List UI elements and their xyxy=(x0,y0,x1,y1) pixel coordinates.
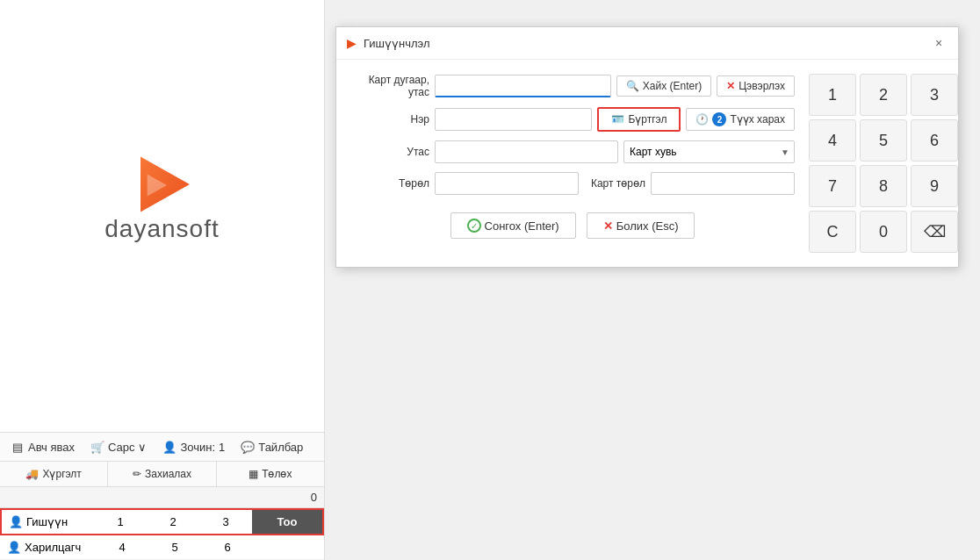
row-gishuun-col2: 2 xyxy=(147,510,199,534)
name-row: Нэр 🪪 Бүртгэл 🕐 2 Түүх харах xyxy=(350,107,795,132)
type-row: Төрөл Карт төрөл xyxy=(350,172,795,195)
name-label: Нэр xyxy=(350,113,429,126)
sidebar-tabs: 🚚 Хүргэлт ✏ Захиалах ▦ Төлөх xyxy=(0,461,324,486)
confirm-button[interactable]: ✓ Сонгох (Enter) xyxy=(450,212,576,239)
numpad-9[interactable]: 9 xyxy=(911,165,958,207)
app-name: dayansoft xyxy=(104,215,219,243)
edit-icon: ✏ xyxy=(133,468,141,480)
cancel-button[interactable]: ✕ Болих (Esc) xyxy=(587,212,695,239)
row-hariltsagch-col3: 6 xyxy=(201,535,254,559)
sidebar: dayansoft ▤ Авч явах 🛒 Сарс ∨ 👤 Зочин: 1… xyxy=(0,0,325,560)
numpad-4[interactable]: 4 xyxy=(809,119,856,162)
history-button[interactable]: 🕐 2 Түүх харах xyxy=(686,108,795,131)
numpad-2[interactable]: 2 xyxy=(860,74,907,116)
card-huvi-select[interactable]: Карт хувь xyxy=(623,140,795,163)
tailbar-button[interactable]: 💬 Тайлбар xyxy=(237,438,306,456)
name-input[interactable] xyxy=(435,108,592,131)
logo-area: dayansoft xyxy=(0,0,324,432)
clear-button[interactable]: ✕ Цэвэрлэх xyxy=(717,75,795,97)
table-row-gishuun[interactable]: 👤 Гишүүн 1 2 3 Тоо xyxy=(0,508,324,535)
row-gishuun-col1: 1 xyxy=(94,510,147,534)
card-row: Карт дугаар, утас 🔍 Хайх (Enter) ✕ Цэвэр… xyxy=(350,74,795,98)
member-icon: 👤 xyxy=(9,515,23,528)
card-huvi-wrapper: Карт хувь ▼ xyxy=(623,140,795,163)
history-badge: 2 xyxy=(712,112,726,126)
payment-icon: ▦ xyxy=(249,468,258,480)
card-input[interactable] xyxy=(435,75,611,97)
numpad-7[interactable]: 7 xyxy=(809,165,856,207)
numpad-3[interactable]: 3 xyxy=(911,74,958,116)
member-table: 0 👤 Гишүүн 1 2 3 Тоо 👤 Харилцагч 4 5 6 xyxy=(0,486,324,560)
table-count: 0 xyxy=(254,487,324,507)
contact-icon: 👤 xyxy=(7,541,21,554)
register-button[interactable]: 🪪 Бүртгэл xyxy=(597,107,681,132)
avch-icon: ▤ xyxy=(11,440,25,454)
cart-icon: 🛒 xyxy=(90,440,104,454)
register-icon: 🪪 xyxy=(611,113,624,126)
person-icon: 👤 xyxy=(162,440,177,454)
tab-teleh[interactable]: ▦ Төлөх xyxy=(217,462,324,486)
card-label: Карт дугаар, утас xyxy=(350,74,429,98)
type-label: Төрөл xyxy=(350,177,429,190)
numpad-0[interactable]: 0 xyxy=(860,211,907,253)
type-input[interactable] xyxy=(435,172,579,195)
search-button[interactable]: 🔍 Хайх (Enter) xyxy=(616,75,711,97)
check-icon: ✓ xyxy=(467,219,481,233)
avch-yavah-button[interactable]: ▤ Авч явах xyxy=(7,438,78,456)
form-actions: ✓ Сонгох (Enter) ✕ Болих (Esc) xyxy=(350,212,795,248)
numpad: 1 2 3 4 5 6 7 8 9 C 0 ⌫ xyxy=(809,74,958,253)
name-row-buttons: 🪪 Бүртгэл 🕐 2 Түүх харах xyxy=(597,107,795,132)
history-icon: 🕐 xyxy=(695,113,709,126)
dialog-form: Карт дугаар, утас 🔍 Хайх (Enter) ✕ Цэвэр… xyxy=(350,74,795,253)
zochin-button[interactable]: 👤 Зочин: 1 xyxy=(159,438,228,456)
search-icon: 🔍 xyxy=(626,80,639,92)
numpad-6[interactable]: 6 xyxy=(911,119,958,162)
truck-icon: 🚚 xyxy=(25,468,39,480)
main-area: ▶ Гишүүнчлэл × Карт дугаар, утас 🔍 Хайх … xyxy=(325,0,980,560)
numpad-8[interactable]: 8 xyxy=(860,165,907,207)
backspace-icon: ⌫ xyxy=(924,222,946,241)
numpad-c[interactable]: C xyxy=(809,211,856,253)
phone-input[interactable] xyxy=(435,140,618,163)
row-gishuun-col3: 3 xyxy=(199,510,252,534)
dialog-body: Карт дугаар, утас 🔍 Хайх (Enter) ✕ Цэвэр… xyxy=(336,60,958,267)
clear-icon: ✕ xyxy=(726,80,735,92)
bottom-toolbar: ▤ Авч явах 🛒 Сарс ∨ 👤 Зочин: 1 💬 Тайлбар xyxy=(0,432,324,461)
numpad-1[interactable]: 1 xyxy=(809,74,856,116)
row-gishuun-too[interactable]: Тоо xyxy=(252,510,322,534)
table-header: 0 xyxy=(0,487,324,508)
card-type-label: Карт төрөл xyxy=(584,177,645,190)
tab-hyrgelt[interactable]: 🚚 Хүргэлт xyxy=(0,462,108,486)
row-hariltsagch-label: 👤 Харилцагч xyxy=(0,535,96,559)
phone-label: Утас xyxy=(350,146,429,158)
sarc-button[interactable]: 🛒 Сарс ∨ xyxy=(87,438,151,456)
dialog-gishuunchlel: ▶ Гишүүнчлэл × Карт дугаар, утас 🔍 Хайх … xyxy=(335,26,959,268)
tab-zachialah[interactable]: ✏ Захиалах xyxy=(108,462,216,486)
table-row-hariltsagch[interactable]: 👤 Харилцагч 4 5 6 xyxy=(0,535,324,560)
dialog-logo-icon: ▶ xyxy=(347,36,357,50)
app-logo-icon xyxy=(132,154,193,215)
row-hariltsagch-col1: 4 xyxy=(96,535,148,559)
dialog-titlebar: ▶ Гишүүнчлэл × xyxy=(336,27,958,60)
row-gishuun-label: 👤 Гишүүн xyxy=(2,510,94,534)
phone-row: Утас Карт хувь ▼ xyxy=(350,140,795,163)
row-hariltsagch-col2: 5 xyxy=(148,535,201,559)
x-icon: ✕ xyxy=(603,219,613,233)
card-type-input[interactable] xyxy=(651,172,795,195)
comment-icon: 💬 xyxy=(241,440,255,454)
dialog-title: Гишүүнчлэл xyxy=(364,37,923,50)
numpad-backspace[interactable]: ⌫ xyxy=(911,211,958,253)
card-row-buttons: 🔍 Хайх (Enter) ✕ Цэвэрлэх xyxy=(616,75,795,97)
numpad-5[interactable]: 5 xyxy=(860,119,907,162)
dialog-close-button[interactable]: × xyxy=(930,34,948,52)
row-hariltsagch-col4 xyxy=(254,542,324,553)
